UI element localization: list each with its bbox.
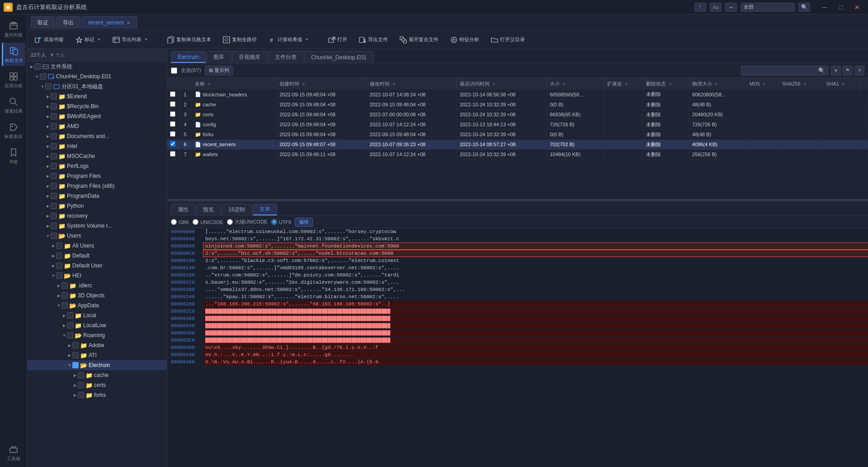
tree-item-default[interactable]: ▶ 📁 Default [27,251,167,261]
title-search-aa[interactable]: Aa [710,3,722,12]
tree-checkbox[interactable] [72,342,79,348]
filter-settings-button[interactable]: ▼ [831,66,841,76]
col-md5[interactable]: MD5 ⇅ [746,78,779,90]
encoding-gbk[interactable]: GBK [171,219,189,225]
expand-icon[interactable]: ▶ [45,223,51,229]
title-search-input[interactable] [741,3,795,12]
bottom-tab-properties[interactable]: 属性 [171,204,195,215]
tree-checkbox[interactable] [56,243,62,249]
col-name[interactable]: 名称 ⇅ [192,78,277,90]
tree-checkbox[interactable] [61,302,68,309]
maximize-button[interactable]: □ [834,3,848,12]
expand-icon[interactable]: ▶ [45,213,51,219]
expand-icon[interactable]: ▶ [67,343,72,348]
col-modified[interactable]: 修改时间 ⇅ [367,78,457,90]
tree-checkbox[interactable] [40,73,46,80]
row-checkbox[interactable] [167,110,181,119]
table-row[interactable]: 5 📁forks 2022-09-15 09:48:04 +08 2022-09… [167,129,868,139]
tree-checkbox[interactable] [61,292,68,299]
tab-recent-servers[interactable]: recent_servers ✕ [81,16,137,29]
tree-checkbox[interactable] [51,143,57,149]
expand-icon[interactable]: ▶ [56,293,61,298]
tree-item-winreagent[interactable]: ▶ 📁 $WinREAgent [27,111,167,121]
tree-checkbox[interactable] [51,113,57,119]
expand-icon[interactable]: ▶ [67,353,72,358]
calc-hash-button[interactable]: # 计算哈希值 ▼ [264,33,313,47]
expand-icon[interactable]: ▶ [45,143,51,149]
tab-forensics[interactable]: 取证 [31,16,55,29]
expand-icon[interactable]: ▶ [56,283,61,288]
table-row[interactable]: 6 📄recent_servers 2022-09-15 09:48:07 +0… [167,139,868,149]
title-search-star[interactable]: * [694,3,706,12]
row-checkbox[interactable] [167,139,181,149]
file-search-input[interactable] [744,68,816,73]
sub-tab-chunhei[interactable]: ChunHei_Desktop.E01 [304,51,373,63]
tree-item-amd[interactable]: ▶ 📁 AMD [27,121,167,131]
tree-item-filesystem[interactable]: ▶ 文件系统 [27,62,167,71]
sidebar-item-tools[interactable]: 工具箱 [2,441,25,464]
tree-checkbox[interactable] [78,392,84,398]
offset-button[interactable]: 偏移 [295,218,313,227]
tree-checkbox[interactable] [34,63,41,70]
file-table-container[interactable]: 名称 ⇅ 创建时间 ⇅ 修改时间 ⇅ 最后访问时间 ⇅ 大小 ⇅ 扩展名 ⇅ 删… [167,78,868,199]
row-checkbox[interactable] [167,119,181,129]
tree-checkbox[interactable] [56,272,62,279]
tree-checkbox[interactable] [67,332,73,338]
expand-icon[interactable]: ▶ [51,243,56,248]
expand-icon[interactable]: ▶ [29,64,34,69]
table-row[interactable]: 4 📄config 2022-09-15 09:48:04 +08 2022-1… [167,119,868,129]
close-button[interactable]: ✕ [850,3,864,12]
expand-icon[interactable]: ▼ [67,362,72,368]
copy-cell-button[interactable]: 复制单元格文本 [163,33,215,47]
col-accessed[interactable]: 最后访问时间 ⇅ [457,78,547,90]
sub-tab-filetype[interactable]: 文件分类 [268,51,303,63]
tree-checkbox[interactable] [51,233,57,239]
filter-active-button[interactable]: ⚑ [843,66,853,76]
tab-export[interactable]: 导出 [56,16,80,29]
tree-checkbox[interactable] [51,203,57,209]
tree-item-appdata[interactable]: ▼ 📂 AppData [27,300,167,310]
sidebar-item-search-result[interactable]: 搜索结果 [2,93,25,117]
tree-item-hei[interactable]: ▼ 📂 HEI [27,271,167,281]
tree-checkbox[interactable] [61,282,68,289]
tree-item-programdata[interactable]: ▶ 📁 ProgramData [27,191,167,201]
expand-icon[interactable]: ▼ [61,333,67,338]
tree-checkbox[interactable] [45,83,52,90]
tree-item-recovery[interactable]: ▶ 📁 recovery [27,211,167,221]
col-extra[interactable] [859,78,868,90]
tree-item-certs[interactable]: ▶ 📁 certs [27,380,167,390]
tree-checkbox[interactable] [67,322,73,329]
row-checkbox[interactable] [167,129,181,139]
tree-checkbox[interactable] [56,262,62,269]
row-checkbox[interactable] [167,90,181,100]
tree-item-users[interactable]: ▼ 📂 Users [27,231,167,241]
expand-icon[interactable]: ▶ [45,153,51,159]
expand-icon[interactable]: ▶ [45,94,51,99]
tree-checkbox[interactable] [51,123,57,129]
tree-item-chunhei[interactable]: ▼ ChunHei_Desktop.E01 [27,71,167,81]
expand-icon[interactable]: ▶ [45,183,51,189]
expand-icon[interactable]: ▼ [51,273,56,278]
col-phys[interactable]: 物理大小 ⇅ [689,78,747,90]
tree-checkbox[interactable] [51,163,57,169]
minimize-button[interactable]: ─ [817,3,832,12]
tree-item-forks[interactable]: ▶ 📁 forks [27,390,167,400]
sidebar-item-bookmarks[interactable]: 书签 [2,144,25,167]
tree-checkbox[interactable] [78,382,84,388]
feature-analysis-button[interactable]: 特征分析 [446,33,483,47]
open-dir-button[interactable]: 打开父目录 [487,33,529,47]
expand-icon[interactable]: ▶ [72,382,78,388]
tree-checkbox[interactable] [67,312,73,319]
encoding-utf8[interactable]: UTF8 [271,219,292,225]
expand-icon[interactable]: ▶ [61,323,67,328]
filter-clear-button[interactable]: ✕ [854,66,864,76]
tree-item-intel[interactable]: ▶ 📁 Intel [27,141,167,151]
title-search-dot[interactable]: •• [725,3,737,12]
expand-icon[interactable]: ▶ [45,193,51,199]
expand-icon[interactable]: ▶ [45,163,51,169]
col-created[interactable]: 创建时间 ⇅ [277,78,367,90]
title-search-go-icon[interactable]: 🔍 [798,3,810,12]
sidebar-item-tag-condition[interactable]: 标签条目 [2,119,25,142]
expand-icon[interactable]: ▼ [34,74,40,79]
tree-checkbox[interactable] [51,133,57,139]
